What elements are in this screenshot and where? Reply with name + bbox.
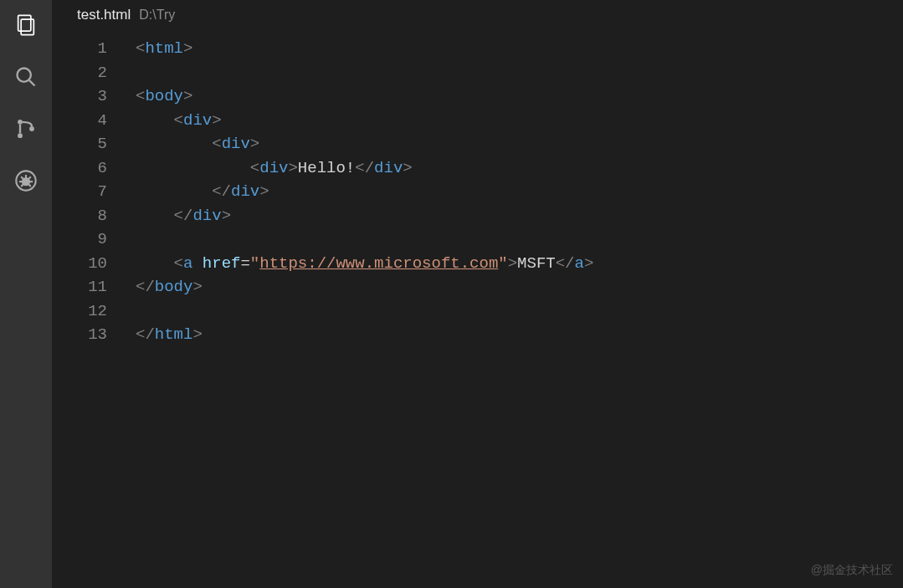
svg-line-14 bbox=[21, 176, 23, 179]
code-content[interactable]: <html> <body> <div> <div> <div>Hello!</d… bbox=[136, 37, 903, 588]
line-number: 7 bbox=[52, 180, 107, 204]
line-number: 5 bbox=[52, 132, 107, 156]
file-name: test.html bbox=[77, 7, 131, 23]
code-line[interactable]: </div> bbox=[136, 204, 903, 228]
line-number: 9 bbox=[52, 228, 107, 252]
svg-point-6 bbox=[29, 126, 34, 131]
code-line[interactable]: <body> bbox=[136, 84, 903, 109]
line-number: 3 bbox=[52, 84, 107, 109]
code-line[interactable]: <div> bbox=[136, 132, 903, 156]
editor-title-bar: test.html D:\Try bbox=[52, 0, 903, 30]
line-number: 11 bbox=[52, 275, 107, 299]
line-number: 6 bbox=[52, 156, 107, 181]
explorer-icon[interactable] bbox=[13, 12, 39, 38]
svg-point-8 bbox=[23, 178, 29, 185]
search-icon[interactable] bbox=[13, 64, 39, 90]
code-editor[interactable]: 12345678910111213 <html> <body> <div> <d… bbox=[52, 30, 903, 588]
line-number: 2 bbox=[52, 61, 107, 85]
watermark: @掘金技术社区 bbox=[811, 563, 893, 578]
code-line[interactable] bbox=[136, 61, 903, 85]
svg-point-5 bbox=[18, 133, 23, 138]
code-line[interactable] bbox=[136, 299, 903, 324]
svg-rect-0 bbox=[18, 15, 31, 31]
code-line[interactable]: </body> bbox=[136, 275, 903, 299]
code-line[interactable]: <div> bbox=[136, 109, 903, 133]
svg-point-2 bbox=[18, 69, 31, 82]
file-path: D:\Try bbox=[139, 8, 175, 23]
code-line[interactable]: </html> bbox=[136, 323, 903, 347]
line-number: 13 bbox=[52, 323, 107, 347]
svg-line-12 bbox=[21, 184, 23, 187]
svg-point-4 bbox=[18, 120, 23, 125]
source-control-icon[interactable] bbox=[13, 115, 39, 142]
app-root: test.html D:\Try 12345678910111213 <html… bbox=[0, 0, 903, 588]
line-number: 10 bbox=[52, 252, 107, 276]
code-line[interactable]: </div> bbox=[136, 180, 903, 204]
line-number: 12 bbox=[52, 299, 107, 324]
activity-bar bbox=[0, 0, 52, 588]
line-number: 1 bbox=[52, 37, 107, 61]
code-line[interactable] bbox=[136, 228, 903, 252]
svg-line-15 bbox=[28, 176, 31, 179]
svg-line-13 bbox=[28, 184, 31, 187]
svg-rect-1 bbox=[21, 19, 33, 35]
editor-main: test.html D:\Try 12345678910111213 <html… bbox=[52, 0, 903, 588]
code-line[interactable]: <a href="https://www.microsoft.com">MSFT… bbox=[136, 252, 903, 276]
code-line[interactable]: <html> bbox=[136, 37, 903, 61]
code-line[interactable]: <div>Hello!</div> bbox=[136, 156, 903, 181]
debug-icon[interactable] bbox=[13, 167, 39, 194]
line-number: 8 bbox=[52, 204, 107, 228]
line-number: 4 bbox=[52, 109, 107, 133]
svg-line-3 bbox=[29, 80, 34, 85]
line-number-gutter: 12345678910111213 bbox=[52, 37, 136, 588]
